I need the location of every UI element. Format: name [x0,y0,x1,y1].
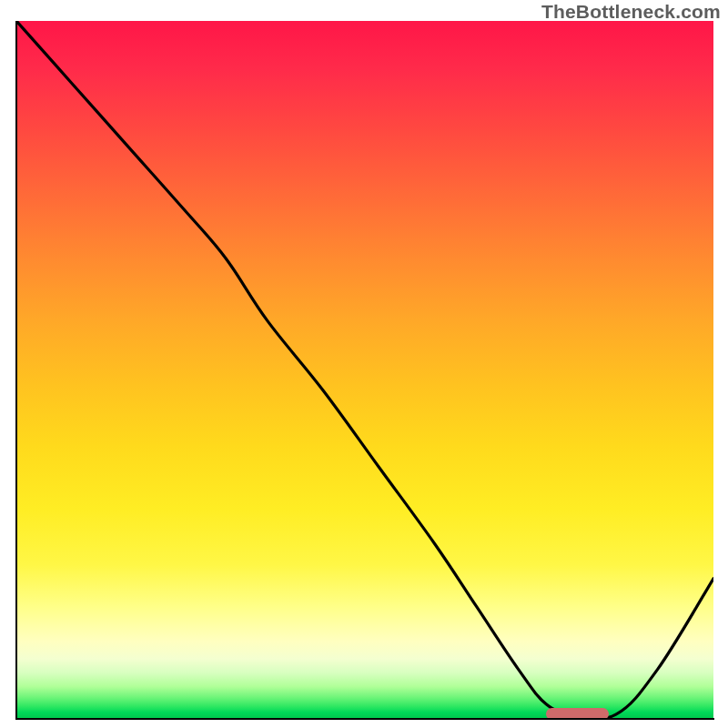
x-axis [15,718,714,720]
y-axis [15,21,17,720]
bottleneck-chart: TheBottleneck.com [0,0,728,728]
plot-area [16,21,713,718]
bottleneck-curve [16,21,713,718]
optimal-marker [546,708,609,718]
curve-path [16,21,713,718]
attribution-label: TheBottleneck.com [541,1,721,23]
